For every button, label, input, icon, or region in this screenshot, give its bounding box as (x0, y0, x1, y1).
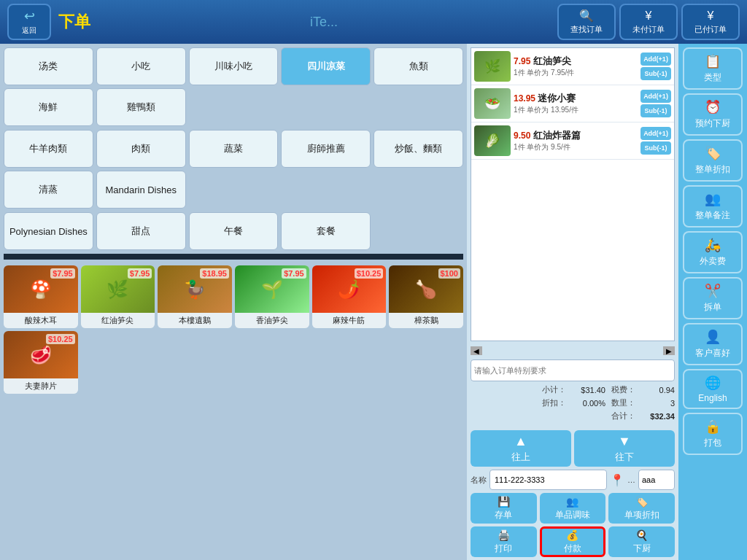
page-title: 下单 (58, 11, 90, 33)
logo: iTe... (310, 15, 338, 30)
right-sidebar: 📋 类型 ⏰ 预约下厨 🏷️ 整单折扣 👥 整单备注 🛵 外卖费 ✂️ 拆单 👤… (678, 44, 747, 560)
cat-seafood[interactable]: 海鮮 (4, 88, 93, 126)
back-button[interactable]: ↩ 返回 (7, 4, 51, 40)
action-buttons: 💾 存单 👥 单品调味 🏷️ 单项折扣 🖨️ 打印 💰 付款 🍳 下厨 (467, 493, 678, 560)
cat-fish[interactable]: 魚類 (374, 47, 463, 85)
product-0-name: 酸辣木耳 (4, 313, 78, 328)
fav-icon: 👤 (705, 329, 721, 345)
order-item-1-sub: 1件 单价为 13.95/件 (514, 105, 638, 115)
order-item-2-sub-btn[interactable]: Sub(-1) (640, 141, 671, 155)
cat-dessert[interactable]: 甜点 (96, 212, 186, 250)
scroll-controls: ◀ ▶ (467, 345, 678, 357)
product-6-name: 夫妻肺片 (4, 378, 78, 394)
order-item-1-controls: Add(+1) Sub(-1) (640, 90, 671, 117)
unpaid-icon: ¥ (646, 9, 652, 23)
whole-discount-button[interactable]: 🏷️ 整单折扣 (683, 139, 743, 182)
order-item-0: 🌿 7.95 红油笋尖 1件 单价为 7.95/件 Add(+1) Sub(-1… (471, 48, 674, 85)
find-order-button[interactable]: 🔍 查找订单 (557, 4, 616, 40)
header-center: iTe... (98, 15, 550, 30)
type-button[interactable]: 📋 类型 (683, 47, 743, 90)
order-item-2-sub: 1件 单价为 9.5/件 (514, 142, 638, 152)
order-item-1-img: 🥗 (474, 88, 511, 119)
nav-down-button[interactable]: ▼ 往下 (574, 430, 675, 467)
unpaid-label: 未付订单 (632, 24, 665, 35)
order-item-0-sub-btn[interactable]: Sub(-1) (640, 67, 671, 80)
item-adjust-button[interactable]: 👥 单品调味 (540, 493, 606, 524)
cat-mandarin[interactable]: Mandarin Dishes (96, 171, 186, 209)
cat-veg[interactable]: 蔬菜 (189, 130, 279, 168)
cat-meat[interactable]: 肉類 (96, 130, 186, 168)
cat-chef-rec[interactable]: 廚師推薦 (281, 130, 371, 168)
whole-note-button[interactable]: 👥 整单备注 (683, 185, 743, 228)
count-label: 数里： (611, 397, 635, 408)
category-row-1: 汤类 小吃 川味小吃 四川凉菜 魚類 海鮮 雞鴨類 (4, 47, 463, 126)
product-2[interactable]: 🦆 $18.95 本樓遺鵝 (158, 265, 232, 328)
scroll-right-icon[interactable]: ▶ (663, 346, 675, 355)
nav-up-button[interactable]: ▲ 往上 (471, 430, 571, 467)
kitchen-button[interactable]: 🍳 下厨 (608, 526, 675, 557)
paid-order-button[interactable]: ¥ 已付订单 (681, 4, 740, 40)
delivery-fee-button[interactable]: 🛵 外卖费 (683, 231, 743, 273)
product-6-price: $10.25 (46, 334, 75, 344)
order-item-0-controls: Add(+1) Sub(-1) (640, 52, 671, 80)
subtotal-label: 小计： (542, 384, 566, 395)
save-button[interactable]: 💾 存单 (471, 493, 537, 524)
cat-steam[interactable]: 清蒸 (4, 171, 93, 209)
name-row: 名称 📍 … (467, 470, 678, 493)
cat-rice-noodle[interactable]: 炒飯、麵類 (374, 130, 463, 168)
split-icon: ✂️ (705, 283, 721, 299)
product-1[interactable]: 🌿 $7.95 红油笋尖 (81, 265, 155, 328)
cat-soup[interactable]: 汤类 (4, 47, 93, 85)
order-item-2-add[interactable]: Add(+1) (640, 127, 671, 140)
up-arrow-icon: ▲ (514, 434, 527, 449)
split-button[interactable]: ✂️ 拆单 (683, 277, 743, 319)
product-4-name: 麻辣牛筋 (312, 313, 387, 328)
product-0[interactable]: 🍄 $7.95 酸辣木耳 (4, 265, 78, 328)
cat-combo[interactable]: 套餐 (281, 212, 371, 250)
adjust-icon: 👥 (566, 496, 578, 508)
location-input[interactable] (638, 470, 675, 490)
order-item-0-img: 🌿 (474, 51, 511, 82)
special-request-input[interactable] (471, 359, 675, 381)
unpaid-order-button[interactable]: ¥ 未付订单 (619, 4, 678, 40)
order-item-2: 🥬 9.50 红油炸器篇 1件 单价为 9.5/件 Add(+1) Sub(-1… (471, 122, 674, 160)
count-value: 3 (638, 399, 675, 408)
order-item-1-price: 13.95 迷你小赛 (514, 92, 638, 105)
location-icon[interactable]: 📍 (610, 473, 624, 487)
product-5[interactable]: 🍗 $100 樟茶鵝 (389, 265, 463, 328)
item-discount-button[interactable]: 🏷️ 单项折扣 (608, 493, 675, 524)
save-icon: 💾 (498, 496, 510, 508)
scroll-left-icon[interactable]: ◀ (471, 346, 482, 355)
cat-polynesian[interactable]: Polynesian Dishes (4, 212, 93, 250)
product-2-price: $18.95 (200, 268, 229, 279)
cat-lunch[interactable]: 午餐 (189, 212, 279, 250)
cat-beef-lamb[interactable]: 牛羊肉類 (4, 130, 93, 168)
cat-chicken-duck[interactable]: 雞鴨類 (96, 88, 186, 126)
product-5-price: $100 (438, 268, 460, 279)
pay-button[interactable]: 💰 付款 (540, 526, 606, 557)
name-input[interactable] (489, 470, 607, 490)
product-3[interactable]: 🌱 $7.95 香油笋尖 (235, 265, 309, 328)
product-4[interactable]: 🌶️ $10.25 麻辣牛筋 (312, 265, 387, 328)
cat-sichuan-cold[interactable]: 四川凉菜 (281, 47, 371, 85)
product-2-name: 本樓遺鵝 (158, 313, 232, 328)
order-item-1-add[interactable]: Add(+1) (640, 90, 671, 103)
order-item-0-add[interactable]: Add(+1) (640, 52, 671, 66)
order-item-0-info: 7.95 红油笋尖 1件 单价为 7.95/件 (514, 55, 638, 78)
order-item-1-sub-btn[interactable]: Sub(-1) (640, 104, 671, 117)
reserve-kitchen-button[interactable]: ⏰ 预约下厨 (683, 93, 743, 136)
pack-button[interactable]: 🔒 打包 (683, 413, 743, 455)
customer-fav-button[interactable]: 👤 客户喜好 (683, 323, 743, 365)
header: ↩ 返回 下单 iTe... 🔍 查找订单 ¥ 未付订单 ¥ 已付订单 (0, 0, 747, 44)
english-button[interactable]: 🌐 English (683, 369, 743, 409)
print-button[interactable]: 🖨️ 打印 (471, 526, 537, 557)
paid-icon: ¥ (708, 9, 714, 23)
total-label: 合计： (611, 411, 635, 421)
search-icon: 🔍 (579, 9, 594, 23)
order-item-1-info: 13.95 迷你小赛 1件 单价为 13.95/件 (514, 92, 638, 115)
product-6[interactable]: 🥩 $10.25 夫妻肺片 (4, 331, 78, 394)
product-1-name: 红油笋尖 (81, 313, 155, 328)
cat-sichuan-snack[interactable]: 川味小吃 (189, 47, 279, 85)
pay-icon: 💰 (566, 529, 578, 541)
cat-snack[interactable]: 小吃 (96, 47, 186, 85)
